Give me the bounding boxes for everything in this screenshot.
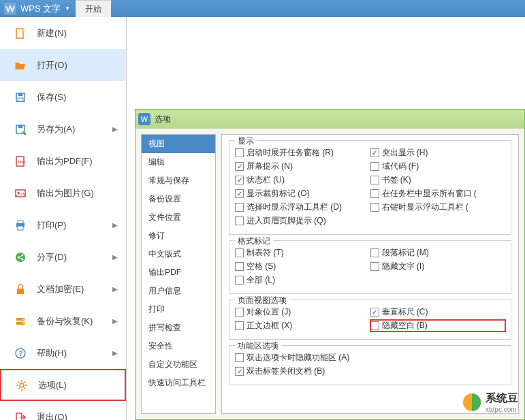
checkbox-option[interactable]: 在任务栏中显示所有窗口 (	[370, 188, 506, 199]
checkbox-option[interactable]: 选择时显示浮动工具栏 (D)	[235, 201, 370, 213]
checkbox-label: 书签 (K)	[382, 174, 411, 186]
checkbox-option[interactable]: 启动时展开任务窗格 (R)	[235, 147, 370, 159]
app-title: WPS 文字	[20, 3, 65, 15]
chevron-right-icon: ▶	[112, 317, 118, 325]
checkbox-icon	[235, 262, 244, 271]
filemenu-item-help[interactable]: ? 帮助(H) ▶	[0, 337, 126, 369]
dialog-sidebar-item[interactable]: 用户信息	[142, 282, 215, 300]
filemenu-item-label: 新建(N)	[37, 27, 67, 39]
checkbox-option[interactable]: 书签 (K)	[370, 174, 506, 186]
filemenu-item-share[interactable]: 分享(D) ▶	[0, 241, 126, 273]
checkbox-option[interactable]: 屏幕提示 (N)	[235, 161, 370, 172]
checkbox-option[interactable]: 右键时显示浮动工具栏 (	[370, 201, 506, 213]
checkbox-option[interactable]: 正文边框 (X)	[235, 320, 370, 332]
checkbox-option[interactable]: 双击标签关闭文档 (B)	[235, 366, 505, 377]
checkbox-label: 选择时显示浮动工具栏 (D)	[246, 201, 342, 213]
wps-logo-icon	[3, 1, 18, 16]
exit-icon	[14, 410, 27, 421]
chevron-right-icon: ▶	[112, 221, 118, 229]
checkbox-option[interactable]: 域代码 (F)	[370, 161, 506, 172]
filemenu-item-label: 退出(Q)	[37, 411, 67, 421]
dialog-content: 显示 启动时展开任务窗格 (R) 屏幕提示 (N) 状态栏 (U) 显示裁剪标记…	[221, 134, 519, 414]
checkbox-option[interactable]: 隐藏空白 (B)	[370, 320, 506, 332]
chevron-right-icon: ▶	[112, 285, 118, 293]
checkbox-label: 在任务栏中显示所有窗口 (	[382, 188, 477, 199]
checkbox-icon	[370, 162, 379, 171]
filemenu-item-save[interactable]: 保存(S)	[0, 81, 126, 113]
filemenu-item-backup[interactable]: 备份与恢复(K) ▶	[0, 305, 126, 337]
checkbox-option[interactable]: 突出显示 (H)	[370, 147, 506, 159]
checkbox-icon	[370, 203, 379, 212]
chevron-down-icon[interactable]: ▼	[65, 5, 70, 12]
filemenu-item-label: 备份与恢复(K)	[37, 315, 93, 327]
svg-point-2	[22, 29, 25, 31]
saveas-icon	[14, 123, 27, 136]
checkbox-option[interactable]: 隐藏文字 (I)	[370, 261, 506, 272]
dialog-sidebar-item[interactable]: 文件位置	[142, 208, 215, 227]
checkbox-label: 制表符 (T)	[246, 247, 284, 259]
checkbox-icon	[370, 148, 379, 157]
dialog-sidebar-item[interactable]: 拼写检查	[142, 319, 215, 337]
checkbox-option[interactable]: 状态栏 (U)	[235, 174, 370, 186]
fieldset: 页面视图选项 对象位置 (J) 正文边框 (X) 垂直标尺 (C) 隐藏空白 (…	[229, 300, 511, 340]
dialog-sidebar-item[interactable]: 视图	[142, 135, 215, 153]
dialog-sidebar-item[interactable]: 快速访问工具栏	[142, 374, 215, 392]
fieldset-legend: 页面视图选项	[235, 295, 289, 306]
filemenu-item-image[interactable]: 输出为图片(G)	[0, 177, 126, 209]
filemenu-item-label: 输出为PDF(F)	[37, 155, 93, 167]
dialog-sidebar-item[interactable]: 备份设置	[142, 190, 215, 208]
dialog-sidebar: 视图编辑常规与保存备份设置文件位置修订中文版式输出PDF用户信息打印拼写检查安全…	[141, 134, 216, 414]
filemenu-item-gear[interactable]: 选项(L)	[0, 369, 126, 401]
checkbox-option[interactable]: 对象位置 (J)	[235, 306, 370, 318]
chevron-right-icon: ▶	[112, 253, 118, 261]
dialog-sidebar-item[interactable]: 自定义功能区	[142, 355, 215, 374]
dialog-sidebar-item[interactable]: 安全性	[142, 337, 215, 355]
backup-icon	[14, 314, 27, 328]
filemenu-item-lock[interactable]: 文档加密(E) ▶	[0, 273, 126, 305]
fieldset-legend: 功能区选项	[235, 340, 281, 352]
checkbox-option[interactable]: 空格 (S)	[235, 261, 370, 272]
ribbon-tab-start[interactable]: 开始	[76, 0, 111, 17]
fieldset-legend: 显示	[235, 135, 257, 147]
dialog-sidebar-item[interactable]: 编辑	[142, 153, 215, 172]
checkbox-label: 双击选项卡时隐藏功能区 (A)	[246, 352, 349, 364]
checkbox-option[interactable]: 双击选项卡时隐藏功能区 (A)	[235, 352, 505, 364]
checkbox-label: 垂直标尺 (C)	[382, 306, 428, 318]
svg-point-26	[20, 383, 24, 387]
filemenu-item-new[interactable]: 新建(N)	[0, 17, 126, 49]
dialog-sidebar-item[interactable]: 中文版式	[142, 245, 215, 263]
svg-text:?: ?	[19, 350, 23, 357]
checkbox-option[interactable]: 垂直标尺 (C)	[370, 306, 506, 318]
dialog-sidebar-item[interactable]: 修订	[142, 227, 215, 245]
checkbox-icon	[370, 262, 379, 271]
checkbox-option[interactable]: 段落标记 (M)	[370, 247, 506, 259]
filemenu-item-label: 打印(P)	[37, 219, 66, 231]
filemenu-item-exit[interactable]: 退出(Q)	[0, 401, 126, 420]
checkbox-icon	[235, 216, 244, 225]
dialog-sidebar-item[interactable]: 输出PDF	[142, 263, 215, 282]
lock-icon	[14, 282, 27, 296]
dialog-title: 选项	[155, 114, 171, 125]
svg-point-22	[22, 319, 24, 320]
filemenu-item-print[interactable]: 打印(P) ▶	[0, 209, 126, 241]
filemenu-item-saveas[interactable]: 另存为(A) ▶	[0, 113, 126, 145]
new-icon	[14, 27, 27, 40]
checkbox-icon	[370, 248, 379, 257]
checkbox-label: 启动时展开任务窗格 (R)	[246, 147, 334, 159]
checkbox-option[interactable]: 全部 (L)	[235, 274, 370, 286]
checkbox-label: 突出显示 (H)	[382, 147, 428, 159]
checkbox-option[interactable]: 显示裁剪标记 (O)	[235, 188, 370, 199]
svg-text:PDF: PDF	[18, 160, 26, 164]
dialog-sidebar-item[interactable]: 常规与保存	[142, 172, 215, 190]
help-icon: ?	[14, 346, 27, 360]
checkbox-label: 空格 (S)	[246, 261, 276, 272]
dialog-sidebar-item[interactable]: 打印	[142, 300, 215, 319]
checkbox-option[interactable]: 制表符 (T)	[235, 247, 370, 259]
checkbox-icon	[235, 203, 244, 212]
filemenu-item-open[interactable]: 打开(O)	[0, 49, 126, 81]
fieldset: 显示 启动时展开任务窗格 (R) 屏幕提示 (N) 状态栏 (U) 显示裁剪标记…	[229, 140, 511, 235]
filemenu-item-pdf[interactable]: PDF 输出为PDF(F)	[0, 145, 126, 177]
open-icon	[14, 59, 27, 72]
checkbox-label: 段落标记 (M)	[382, 247, 429, 259]
checkbox-option[interactable]: 进入页眉页脚提示 (Q)	[235, 215, 370, 227]
